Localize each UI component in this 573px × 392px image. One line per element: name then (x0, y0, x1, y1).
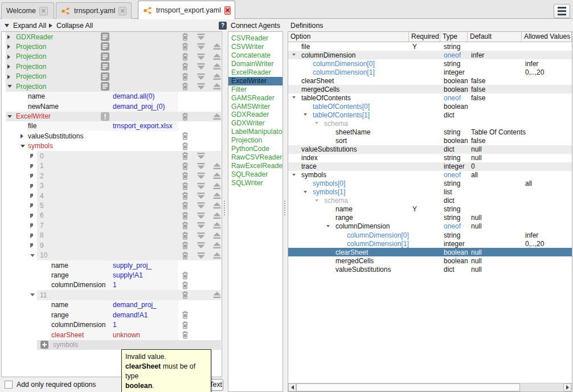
agent-list-item-labelmanipulator[interactable]: LabelManipulator (228, 128, 283, 136)
tab-close-button[interactable]: ✕ (224, 6, 231, 15)
definition-row[interactable]: columnDimensiononeofinfer (288, 51, 572, 59)
tree-row[interactable]: 9 (2, 240, 222, 250)
move-up-button[interactable] (212, 162, 222, 170)
move-up-button[interactable] (212, 191, 222, 200)
expand-arrow-icon[interactable] (30, 174, 33, 178)
agent-list-item-gdxwriter[interactable]: GDXWriter (228, 119, 283, 128)
tree-row[interactable]: namesupply_proj_ (2, 260, 222, 270)
delete-button[interactable] (180, 201, 190, 210)
collapse-arrow-icon[interactable] (292, 54, 296, 56)
move-up-button[interactable] (212, 201, 222, 210)
delete-button[interactable] (180, 241, 190, 250)
definition-row[interactable]: symbols[0]stringall (288, 179, 572, 188)
expand-arrow-icon[interactable] (7, 75, 10, 79)
expand-arrow-icon[interactable] (30, 214, 33, 218)
delete-button[interactable] (180, 330, 190, 339)
expand-arrow-icon[interactable] (7, 35, 10, 39)
move-up-button[interactable] (212, 182, 222, 190)
tree-row[interactable]: Projection (2, 62, 222, 71)
move-down-button[interactable] (196, 82, 206, 91)
agent-list-item-filter[interactable]: Filter (228, 85, 283, 94)
move-down-button[interactable] (196, 72, 206, 81)
tree-row[interactable]: columnDimension1 (2, 280, 222, 290)
delete-button[interactable] (180, 42, 190, 51)
delete-button[interactable] (180, 271, 190, 280)
delete-button[interactable] (180, 291, 190, 299)
definition-row[interactable]: columnDimension[0]stringinfer (288, 231, 572, 239)
agent-list-item-excelreader[interactable]: ExcelReader (228, 68, 283, 77)
agent-list-item-gdxreader[interactable]: GDXReader (228, 111, 283, 119)
move-down-button[interactable] (196, 32, 206, 41)
delete-button[interactable] (180, 32, 190, 41)
expand-arrow-icon[interactable] (30, 223, 33, 228)
move-down-button[interactable] (196, 42, 206, 51)
agent-list-item-pythoncode[interactable]: PythonCode (228, 145, 283, 153)
delete-button[interactable] (180, 231, 190, 240)
move-down-button[interactable] (196, 172, 206, 180)
move-down-button[interactable] (196, 241, 206, 250)
collapse-arrow-icon[interactable] (304, 113, 307, 116)
tree-row[interactable]: 4 (2, 191, 222, 201)
delete-button[interactable] (180, 251, 190, 260)
collapse-arrow-icon[interactable] (304, 191, 307, 193)
tab-trnsport-yaml[interactable]: trnsport.yaml✕ (56, 2, 132, 19)
expand-arrow-icon[interactable] (7, 64, 10, 69)
move-down-button[interactable] (196, 62, 206, 71)
move-down-button[interactable] (196, 152, 206, 160)
column-header-allowed-values[interactable]: Allowed Values (522, 32, 572, 42)
agent-list-item-domainwriter[interactable]: DomainWriter (228, 60, 283, 68)
expand-arrow-icon[interactable] (21, 134, 23, 138)
expand-arrow-icon[interactable] (30, 154, 33, 158)
column-header-default[interactable]: Default (468, 32, 522, 42)
agent-list-item-gamswriter[interactable]: GAMSWriter (228, 103, 283, 111)
delete-button[interactable] (180, 152, 190, 160)
move-down-button[interactable] (196, 201, 206, 210)
tree-row[interactable]: 8 (2, 231, 222, 240)
expand-arrow-icon[interactable] (7, 55, 10, 59)
delete-button[interactable] (180, 191, 190, 200)
tree-row-value[interactable]: 1 (113, 281, 178, 289)
column-header-type[interactable]: Type (440, 32, 468, 42)
expand-all-button[interactable]: Expand All (5, 19, 46, 31)
column-header-required[interactable]: Required (409, 32, 440, 42)
tree-row[interactable]: rangesupply!A1 (2, 271, 222, 280)
delete-button[interactable] (180, 172, 190, 180)
expand-arrow-icon[interactable] (30, 203, 33, 208)
definition-row[interactable]: symbols[1]list (288, 188, 572, 197)
agent-list-item-excelwriter[interactable]: ExcelWriter (228, 77, 283, 85)
agent-list-item-gamsreader[interactable]: GAMSReader (228, 94, 283, 103)
splitter-handle[interactable] (284, 201, 286, 215)
definition-row[interactable]: fileYstring (288, 42, 572, 51)
scroll-right-button[interactable] (563, 383, 571, 391)
column-header-option[interactable]: Option (288, 32, 409, 42)
agent-list-item-rawexcelreader[interactable]: RawExcelReader (228, 162, 283, 170)
tab-close-button[interactable]: ✕ (118, 7, 126, 15)
scrollbar-thumb[interactable] (296, 383, 520, 391)
expand-arrow-icon[interactable] (30, 184, 33, 189)
tree-row[interactable]: symbols (2, 340, 222, 350)
tree-row-value[interactable]: demand_proj_(0) (113, 103, 178, 111)
move-up-button[interactable] (212, 241, 222, 250)
definition-row[interactable]: sheetNamestringTable Of Contents (288, 128, 572, 136)
move-up-button[interactable] (212, 42, 222, 51)
tree-row[interactable]: 7 (2, 220, 222, 230)
move-up-button[interactable] (212, 62, 222, 71)
definition-row[interactable]: mergedCellsbooleanfalse (288, 85, 572, 93)
tree-row-value[interactable]: supply!A1 (113, 271, 178, 279)
collapse-arrow-icon[interactable] (7, 85, 12, 88)
expand-arrow-icon[interactable] (30, 194, 33, 198)
definition-row[interactable]: sortbooleanfalse (288, 137, 572, 145)
tab-close-button[interactable]: ✕ (39, 7, 48, 15)
delete-button[interactable] (180, 82, 190, 91)
move-up-button[interactable] (212, 211, 222, 220)
collapse-arrow-icon[interactable] (315, 199, 318, 202)
tree-row[interactable]: Projection (2, 52, 222, 62)
tree-row[interactable]: namedemand.all(0) (2, 92, 222, 101)
move-down-button[interactable] (196, 221, 206, 230)
tree-row[interactable]: 6 (2, 211, 222, 220)
delete-button[interactable] (180, 162, 190, 170)
expand-arrow-icon[interactable] (30, 164, 33, 169)
definition-row[interactable]: symbolsoneofall (288, 171, 572, 179)
delete-button[interactable] (180, 142, 190, 150)
tree-row-value[interactable]: unknown (113, 331, 178, 339)
